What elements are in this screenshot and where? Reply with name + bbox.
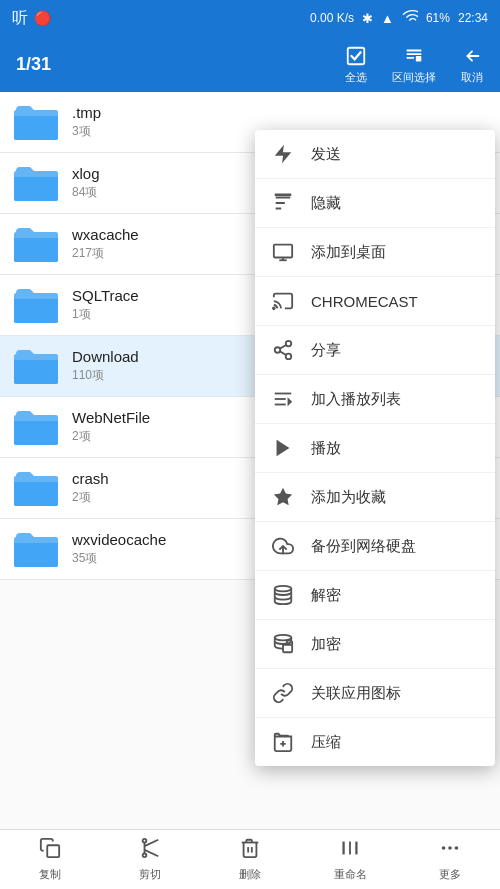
svg-point-38 bbox=[448, 846, 452, 850]
svg-rect-5 bbox=[274, 245, 292, 258]
menu-label-encrypt: 加密 bbox=[311, 635, 341, 654]
select-all-button[interactable]: 全选 bbox=[344, 44, 368, 85]
delete-button[interactable]: 删除 bbox=[200, 837, 300, 882]
file-name: .tmp bbox=[72, 104, 488, 121]
wifi-icon bbox=[402, 9, 418, 28]
menu-label-add-desktop: 添加到桌面 bbox=[311, 243, 386, 262]
menu-item-add-fav[interactable]: 添加为收藏 bbox=[255, 473, 495, 522]
menu-label-hide: 隐藏 bbox=[311, 194, 341, 213]
cut-button[interactable]: 剪切 bbox=[100, 837, 200, 882]
menu-item-assoc-icon[interactable]: 关联应用图标 bbox=[255, 669, 495, 718]
context-menu: 发送 隐藏 添加到桌面 CHROMECAST 分享 加入播放列表 播放 添加为收… bbox=[255, 130, 495, 766]
bluetooth-icon: ✱ bbox=[362, 11, 373, 26]
menu-label-chromecast: CHROMECAST bbox=[311, 293, 418, 310]
svg-rect-23 bbox=[283, 645, 292, 652]
svg-line-12 bbox=[280, 351, 286, 355]
menu-label-add-playlist: 加入播放列表 bbox=[311, 390, 401, 409]
svg-point-9 bbox=[286, 341, 292, 347]
svg-line-13 bbox=[280, 345, 286, 349]
copy-button[interactable]: 复制 bbox=[0, 837, 100, 882]
svg-point-37 bbox=[442, 846, 446, 850]
svg-marker-18 bbox=[277, 440, 290, 457]
folder-icon bbox=[12, 468, 60, 508]
svg-rect-1 bbox=[416, 56, 422, 62]
cloud-icon bbox=[271, 534, 295, 558]
menu-label-share: 分享 bbox=[311, 341, 341, 360]
range-select-label: 区间选择 bbox=[392, 70, 436, 85]
signal-icon: ▲ bbox=[381, 11, 394, 26]
select-all-label: 全选 bbox=[345, 70, 367, 85]
more-button[interactable]: 更多 bbox=[400, 837, 500, 882]
rename-icon bbox=[339, 837, 361, 864]
svg-point-10 bbox=[275, 347, 281, 353]
rename-label: 重命名 bbox=[334, 867, 367, 882]
share-icon bbox=[271, 338, 295, 362]
menu-label-decrypt: 解密 bbox=[311, 586, 341, 605]
svg-marker-19 bbox=[274, 488, 292, 505]
status-bar: 听 🔴 0.00 K/s ✱ ▲ 61% 22:34 bbox=[0, 0, 500, 36]
menu-item-encrypt[interactable]: 加密 bbox=[255, 620, 495, 669]
app-label: 听 bbox=[12, 8, 28, 29]
select-all-icon bbox=[344, 44, 368, 68]
menu-item-compress[interactable]: 压缩 bbox=[255, 718, 495, 766]
menu-label-compress: 压缩 bbox=[311, 733, 341, 752]
zip-icon bbox=[271, 730, 295, 754]
speed-indicator: 0.00 K/s bbox=[310, 11, 354, 25]
folder-icon bbox=[12, 285, 60, 325]
hide-icon bbox=[271, 191, 295, 215]
time-display: 22:34 bbox=[458, 11, 488, 25]
menu-label-send: 发送 bbox=[311, 145, 341, 164]
svg-point-39 bbox=[455, 846, 459, 850]
menu-item-send[interactable]: 发送 bbox=[255, 130, 495, 179]
folder-icon bbox=[12, 407, 60, 447]
more-icon bbox=[439, 837, 461, 864]
notification-icon: 🔴 bbox=[34, 10, 51, 26]
cast-icon bbox=[271, 289, 295, 313]
star-icon bbox=[271, 485, 295, 509]
svg-marker-17 bbox=[288, 397, 293, 406]
menu-item-decrypt[interactable]: 解密 bbox=[255, 571, 495, 620]
menu-item-play[interactable]: 播放 bbox=[255, 424, 495, 473]
range-select-button[interactable]: 区间选择 bbox=[392, 44, 436, 85]
svg-point-28 bbox=[143, 839, 147, 843]
more-label: 更多 bbox=[439, 867, 461, 882]
menu-item-chromecast[interactable]: CHROMECAST bbox=[255, 277, 495, 326]
rename-button[interactable]: 重命名 bbox=[300, 837, 400, 882]
menu-label-assoc-icon: 关联应用图标 bbox=[311, 684, 401, 703]
folder-icon bbox=[12, 163, 60, 203]
folder-icon bbox=[12, 346, 60, 386]
status-left: 听 🔴 bbox=[12, 8, 51, 29]
copy-icon bbox=[39, 837, 61, 864]
menu-item-share[interactable]: 分享 bbox=[255, 326, 495, 375]
menu-label-play: 播放 bbox=[311, 439, 341, 458]
desktop-icon bbox=[271, 240, 295, 264]
menu-item-hide[interactable]: 隐藏 bbox=[255, 179, 495, 228]
play-icon bbox=[271, 436, 295, 460]
folder-icon bbox=[12, 529, 60, 569]
link-icon bbox=[271, 681, 295, 705]
cut-label: 剪切 bbox=[139, 867, 161, 882]
selection-count: 1/31 bbox=[16, 54, 344, 75]
copy-label: 复制 bbox=[39, 867, 61, 882]
toolbar: 1/31 全选 区间选择 取消 bbox=[0, 36, 500, 92]
cancel-icon bbox=[460, 44, 484, 68]
lightning-icon bbox=[271, 142, 295, 166]
folder-icon bbox=[12, 102, 60, 142]
battery-text: 61% bbox=[426, 11, 450, 25]
folder-icon bbox=[12, 224, 60, 264]
menu-item-add-desktop[interactable]: 添加到桌面 bbox=[255, 228, 495, 277]
toolbar-actions: 全选 区间选择 取消 bbox=[344, 44, 484, 85]
db-lock-icon bbox=[271, 632, 295, 656]
svg-point-21 bbox=[275, 586, 292, 592]
svg-point-11 bbox=[286, 354, 292, 360]
cancel-button[interactable]: 取消 bbox=[460, 44, 484, 85]
menu-item-add-playlist[interactable]: 加入播放列表 bbox=[255, 375, 495, 424]
bottom-bar: 复制 剪切 删除 重命名 更多 bbox=[0, 829, 500, 889]
cut-icon bbox=[139, 837, 161, 864]
delete-icon bbox=[239, 837, 261, 864]
svg-point-27 bbox=[143, 854, 147, 858]
menu-label-add-fav: 添加为收藏 bbox=[311, 488, 386, 507]
menu-item-backup[interactable]: 备份到网络硬盘 bbox=[255, 522, 495, 571]
db-unlock-icon bbox=[271, 583, 295, 607]
svg-rect-26 bbox=[47, 845, 59, 857]
